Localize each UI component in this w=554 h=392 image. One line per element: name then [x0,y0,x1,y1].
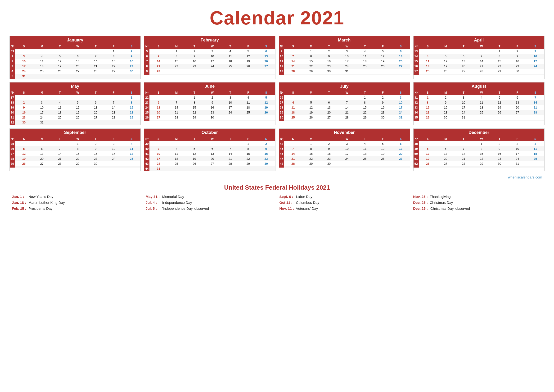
week-row [10,166,140,168]
day-cell: 17 [509,151,526,156]
week-row: 481234 [414,141,544,146]
col-header-3: T [455,137,472,141]
day-cell: 27 [149,115,167,120]
week-row [144,74,275,75]
day-cell: 11 [123,146,141,151]
day-cell: 20 [149,110,167,115]
day-cell: 16 [87,151,105,156]
week-number: 47 [279,156,284,161]
day-cell: 5 [15,146,33,151]
day-cell: 4 [33,54,51,59]
week-number: 32 [414,100,419,105]
week-number [414,74,419,75]
day-cell: 22 [302,156,320,161]
day-cell: 9 [257,146,275,151]
holiday-column: Sept. 6 : Labor DayOct 11 : Columbus Day… [277,195,411,210]
day-cell [392,161,410,166]
day-cell: 28 [51,161,69,166]
day-cell: 24 [149,161,167,166]
day-cell: 23 [203,110,222,115]
month-table: NºSMTWTFS1711823456781991011121314152016… [10,90,140,125]
month-table: NºSMTWTFS3512343656789101137121314151617… [10,137,140,168]
day-cell: 29 [69,161,87,166]
day-cell: 25 [167,161,186,166]
day-cell [123,166,141,168]
day-cell: 10 [526,54,544,59]
month-header: March [279,36,410,44]
day-cell: 3 [33,100,51,105]
day-cell [33,166,51,168]
day-cell: 14 [51,151,69,156]
day-cell: 24 [105,156,123,161]
col-header-3: T [51,44,69,49]
month-block-september: SeptemberNºSMTWTFS3512343656789101137121… [9,128,141,171]
col-header-4: W [69,44,87,49]
day-cell: 20 [437,156,455,161]
day-cell: 17 [149,156,167,161]
day-cell [374,161,392,166]
day-cell: 7 [105,100,123,105]
day-cell: 27 [509,110,526,115]
day-cell: 7 [526,95,544,100]
holidays-section: United States Federal Holidays 2021 Jan.… [9,182,545,210]
website-link[interactable]: wheniscalendars.com [9,175,545,179]
day-cell [338,120,356,121]
day-cell: 22 [472,156,491,161]
day-cell: 26 [257,110,275,115]
month-block-august: AugustNºSMTWTFS3112345673289101112131433… [413,82,545,125]
week-number: 23 [144,100,149,105]
day-cell: 17 [338,151,356,156]
day-cell: 25 [526,156,544,161]
week-number: 14 [414,54,419,59]
day-cell [509,74,526,75]
calendars-grid: JanuaryNºSMTWTFS531213456789210111213141… [9,36,545,171]
day-cell: 25 [356,64,374,69]
day-cell [15,141,33,146]
col-header-1: S [149,137,167,141]
day-cell: 23 [320,64,338,69]
day-cell: 12 [239,54,257,59]
week-row: 52262728293031 [414,161,544,166]
day-cell [123,74,141,79]
month-header: January [10,36,140,44]
day-cell: 26 [374,156,392,161]
col-header-0: Nº [414,44,419,49]
day-cell: 17 [221,105,239,110]
week-row: 26123 [279,95,410,100]
day-cell: 5 [491,95,509,100]
week-row: 2212345 [144,95,275,100]
week-number: 21 [10,115,15,120]
day-cell: 29 [186,115,203,120]
holiday-date: Jul. 4 : [146,201,162,204]
day-cell: 5 [437,54,455,59]
day-cell [437,74,455,75]
day-cell: 8 [356,100,374,105]
week-row: 821222324252627 [144,64,275,69]
day-cell [167,95,186,100]
month-block-june: JuneNºSMTWTFS221234523678910111224131415… [144,82,275,125]
week-number: 35 [414,115,419,120]
day-cell: 7 [455,146,472,151]
week-row: 3025262728293031 [279,115,410,120]
day-cell [87,120,105,125]
week-row: 48282930 [279,161,410,166]
week-row: 5119202122232425 [414,156,544,161]
day-cell: 30 [15,120,33,125]
day-cell: 25 [239,110,257,115]
day-cell: 27 [455,69,472,74]
day-cell: 28 [526,110,544,115]
day-cell: 2 [257,141,275,146]
col-header-6: F [374,90,392,95]
month-header: May [10,83,140,90]
week-number: 17 [414,69,419,74]
week-number: 19 [10,105,15,110]
day-cell: 3 [392,95,410,100]
week-number: 37 [10,151,15,156]
day-cell: 26 [437,69,455,74]
month-block-november: NovemberNºSMTWTFS44123456457891011121346… [279,128,410,171]
holiday-name: Labor Day [296,195,312,199]
day-cell [87,74,105,79]
col-header-0: Nº [279,44,284,49]
day-cell: 24 [203,64,222,69]
day-cell: 16 [320,59,338,64]
